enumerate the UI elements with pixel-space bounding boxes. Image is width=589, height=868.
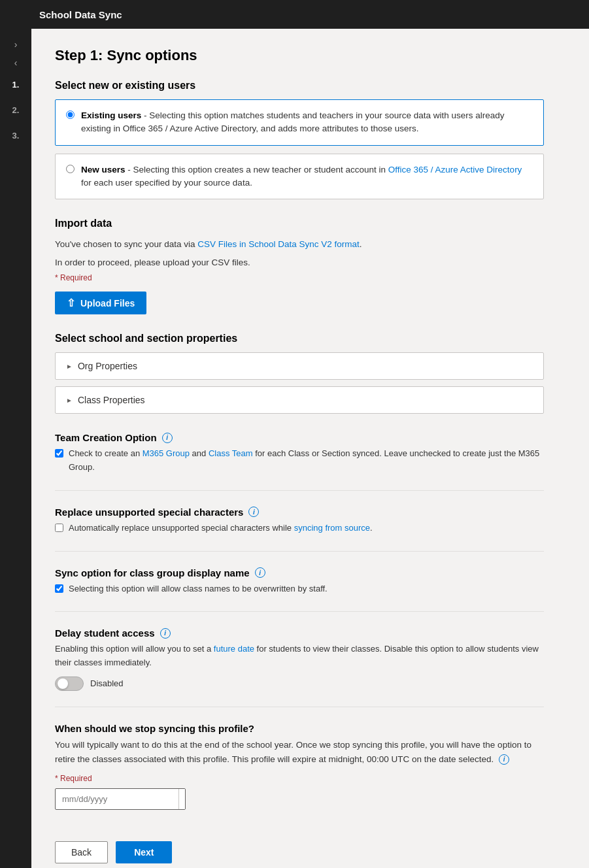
future-date-link[interactable]: future date	[214, 644, 254, 654]
select-users-section: Select new or existing users Existing us…	[55, 80, 544, 199]
app-title: School Data Sync	[39, 9, 122, 20]
team-creation-title: Team Creation Option i	[55, 432, 544, 443]
new-users-text: New users - Selecting this option create…	[81, 163, 533, 190]
team-creation-label: Team Creation Option	[55, 432, 157, 443]
delay-access-toggle-label: Disabled	[90, 678, 124, 688]
next-button[interactable]: Next	[116, 841, 172, 863]
class-group-display-section: Sync option for class group display name…	[55, 567, 544, 596]
import-required-label: * Required	[55, 273, 544, 282]
existing-users-text: Existing users - Selecting this option m…	[81, 109, 533, 136]
class-group-display-checkbox[interactable]	[55, 584, 63, 593]
class-chevron-icon: ►	[66, 397, 73, 404]
nav-chevron-forward[interactable]: ›	[14, 39, 18, 50]
school-properties-title: Select school and section properties	[55, 333, 544, 344]
class-properties-header[interactable]: ► Class Properties	[56, 387, 543, 413]
existing-users-rest: - Selecting this option matches students…	[81, 110, 505, 133]
org-properties-label: Org Properties	[78, 361, 137, 371]
org-chevron-icon: ►	[66, 363, 73, 370]
nav-step-3[interactable]: 3.	[12, 131, 20, 141]
stop-syncing-required-label: * Required	[55, 774, 544, 783]
new-users-radio[interactable]	[66, 165, 75, 173]
import-desc-line2: In order to proceed, please upload your …	[55, 256, 544, 270]
org-properties-panel: ► Org Properties	[55, 352, 544, 380]
new-users-rest: - Selecting this option creates a new te…	[81, 165, 522, 188]
delay-access-info-icon[interactable]: i	[160, 628, 171, 639]
replace-chars-desc: Automatically replace unsupported specia…	[55, 522, 544, 535]
back-button[interactable]: Back	[55, 841, 108, 863]
org-properties-header[interactable]: ► Org Properties	[56, 353, 543, 379]
main-wrapper: Step 1: Sync options Select new or exist…	[31, 29, 589, 868]
upload-files-button[interactable]: ⇧ Upload Files	[55, 292, 146, 314]
replace-chars-checkbox[interactable]	[55, 524, 63, 532]
stop-syncing-label: When should we stop syncing this profile…	[55, 723, 254, 734]
nav-chevron-back[interactable]: ‹	[14, 58, 18, 68]
delay-access-desc-text: Enabling this option will allow you to s…	[55, 643, 544, 670]
nav-step-1[interactable]: 1.	[12, 80, 20, 90]
date-input-wrapper: 📅	[55, 788, 186, 810]
class-properties-label: Class Properties	[78, 395, 145, 405]
replace-chars-label: Replace unsupported special characters	[55, 507, 243, 518]
replace-chars-desc-text: Automatically replace unsupported specia…	[69, 522, 373, 535]
left-nav: ⋮⋮ › ‹ 1. 2. 3.	[0, 0, 31, 868]
class-group-display-label: Sync option for class group display name	[55, 567, 250, 578]
divider-1	[55, 490, 544, 491]
replace-chars-section: Replace unsupported special characters i…	[55, 507, 544, 535]
stop-syncing-desc: You will typically want to do this at th…	[55, 738, 544, 766]
stop-syncing-section: When should we stop syncing this profile…	[55, 723, 544, 810]
toggle-knob	[58, 678, 68, 689]
team-creation-checkbox[interactable]	[55, 449, 63, 458]
calendar-icon-button[interactable]: 📅	[178, 789, 186, 809]
csv-link[interactable]: CSV Files in School Data Sync V2 format	[197, 239, 360, 249]
footer-buttons: Back Next	[55, 831, 544, 863]
existing-users-bold: Existing users	[81, 110, 141, 120]
page-title: Step 1: Sync options	[55, 47, 544, 64]
delay-access-title: Delay student access i	[55, 627, 544, 639]
team-creation-section: Team Creation Option i Check to create a…	[55, 432, 544, 475]
delay-access-toggle[interactable]	[55, 676, 84, 691]
import-data-title: Import data	[55, 218, 544, 229]
replace-chars-info-icon[interactable]: i	[248, 507, 259, 517]
delay-access-desc: Enabling this option will allow you to s…	[55, 643, 544, 670]
stop-syncing-title: When should we stop syncing this profile…	[55, 723, 544, 734]
nav-step-2[interactable]: 2.	[12, 105, 20, 115]
import-data-section: Import data You've chosen to sync your d…	[55, 218, 544, 314]
class-properties-panel: ► Class Properties	[55, 386, 544, 414]
replace-chars-title: Replace unsupported special characters i	[55, 507, 544, 518]
upload-icon: ⇧	[67, 297, 75, 309]
delay-access-label: Delay student access	[55, 627, 155, 639]
import-desc-line1: You've chosen to sync your data via CSV …	[55, 237, 544, 252]
divider-3	[55, 611, 544, 612]
upload-btn-label: Upload Files	[80, 298, 135, 309]
new-users-option[interactable]: New users - Selecting this option create…	[55, 154, 544, 200]
delay-access-toggle-row: Disabled	[55, 676, 544, 691]
stop-syncing-info-icon[interactable]: i	[499, 754, 509, 765]
divider-4	[55, 707, 544, 707]
team-creation-desc: Check to create an M365 Group and Class …	[55, 447, 544, 475]
existing-users-option[interactable]: Existing users - Selecting this option m…	[55, 99, 544, 146]
main-content: Step 1: Sync options Select new or exist…	[31, 29, 567, 868]
class-group-display-title: Sync option for class group display name…	[55, 567, 544, 578]
class-group-display-desc-text: Selecting this option will allow class n…	[69, 582, 328, 596]
divider-2	[55, 551, 544, 552]
school-properties-section: Select school and section properties ► O…	[55, 333, 544, 414]
delay-access-section: Delay student access i Enabling this opt…	[55, 627, 544, 691]
team-creation-info-icon[interactable]: i	[162, 433, 173, 443]
select-users-title: Select new or existing users	[55, 80, 544, 92]
date-input[interactable]	[56, 790, 178, 809]
team-creation-desc-text: Check to create an M365 Group and Class …	[69, 447, 544, 475]
class-group-info-icon[interactable]: i	[255, 567, 265, 578]
new-users-bold: New users	[81, 165, 126, 175]
class-group-display-desc: Selecting this option will allow class n…	[55, 582, 544, 596]
existing-users-radio[interactable]	[66, 110, 75, 119]
